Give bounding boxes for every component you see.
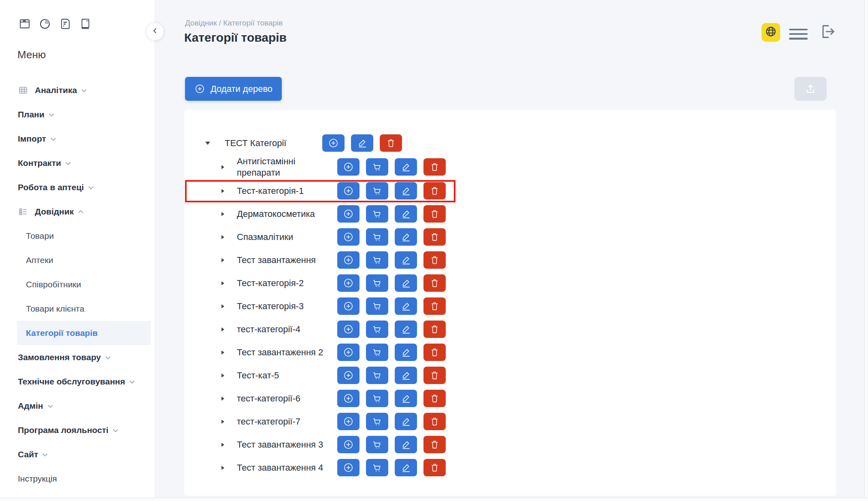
cart-button[interactable]	[366, 297, 388, 315]
expander-right-icon[interactable]	[221, 189, 228, 193]
book-icon[interactable]	[79, 17, 92, 31]
edit-button[interactable]	[395, 390, 417, 407]
add-tree-button[interactable]: Додати дерево	[185, 77, 282, 101]
add-button[interactable]	[337, 251, 360, 269]
delete-button[interactable]	[423, 367, 446, 384]
edit-button[interactable]	[395, 344, 417, 361]
expander-right-icon[interactable]	[221, 350, 228, 355]
add-button[interactable]	[337, 182, 360, 200]
sidebar-item-pharmacies[interactable]: Аптеки	[0, 248, 155, 272]
delete-button[interactable]	[423, 251, 446, 269]
delete-button[interactable]	[423, 182, 446, 200]
sidebar-item-reference[interactable]: Довідник	[0, 200, 155, 224]
add-button[interactable]	[337, 344, 360, 361]
sidebar-item-contracts[interactable]: Контракти	[0, 151, 155, 175]
add-button[interactable]	[337, 459, 360, 476]
cart-button[interactable]	[366, 274, 388, 292]
cart-button[interactable]	[366, 367, 388, 384]
delete-button[interactable]	[423, 158, 446, 176]
expander-right-icon[interactable]	[221, 258, 228, 262]
edit-button[interactable]	[395, 228, 417, 246]
cart-button[interactable]	[366, 459, 388, 476]
add-button[interactable]	[337, 413, 360, 430]
delete-button[interactable]	[423, 413, 446, 430]
edit-button[interactable]	[395, 251, 417, 269]
add-button[interactable]	[337, 158, 360, 176]
delete-button[interactable]	[423, 297, 446, 315]
box-icon[interactable]	[18, 17, 32, 31]
expander-right-icon[interactable]	[221, 443, 228, 447]
edit-button[interactable]	[395, 205, 417, 223]
add-button[interactable]	[322, 134, 345, 152]
expander-right-icon[interactable]	[221, 327, 228, 331]
add-button[interactable]	[337, 228, 360, 246]
edit-button[interactable]	[395, 413, 417, 430]
sidebar-item-loyalty-program[interactable]: Програма лояльності	[0, 418, 155, 442]
sidebar-item-client-products[interactable]: Товари клієнта	[0, 297, 155, 321]
expander-right-icon[interactable]	[221, 281, 228, 285]
delete-button[interactable]	[423, 459, 446, 476]
cart-button[interactable]	[366, 205, 388, 223]
expander-right-icon[interactable]	[221, 235, 228, 239]
sidebar-item-plans[interactable]: Плани	[0, 102, 155, 127]
delete-button[interactable]	[423, 344, 446, 361]
sidebar-item-site[interactable]: Сайт	[0, 442, 155, 467]
cart-button[interactable]	[366, 344, 388, 361]
delete-button[interactable]	[423, 390, 446, 407]
cart-button[interactable]	[366, 390, 388, 407]
sidebar-item-pharmacy-work[interactable]: Робота в аптеці	[0, 175, 155, 200]
pie-chart-icon[interactable]	[38, 17, 52, 31]
edit-button[interactable]	[395, 436, 417, 453]
edit-button[interactable]	[395, 321, 417, 338]
sidebar-item-instructions[interactable]: Інструкція	[0, 467, 155, 491]
expander-right-icon[interactable]	[221, 165, 228, 169]
expander-right-icon[interactable]	[221, 374, 228, 378]
edit-button[interactable]	[395, 158, 417, 176]
upload-button[interactable]	[794, 77, 827, 101]
hamburger-menu-button[interactable]	[789, 29, 808, 40]
edit-button[interactable]	[395, 182, 417, 200]
cart-button[interactable]	[366, 182, 388, 200]
expander-right-icon[interactable]	[221, 304, 228, 308]
expander-right-icon[interactable]	[221, 466, 228, 470]
cart-button[interactable]	[366, 251, 388, 269]
expander-right-icon[interactable]	[221, 420, 228, 424]
delete-button[interactable]	[423, 205, 446, 223]
add-button[interactable]	[337, 274, 360, 292]
cart-button[interactable]	[366, 158, 388, 176]
delete-button[interactable]	[423, 321, 446, 338]
delete-button[interactable]	[380, 134, 402, 152]
cart-button[interactable]	[366, 436, 388, 453]
expander-right-icon[interactable]	[221, 212, 228, 216]
cart-button[interactable]	[366, 413, 388, 430]
vertical-scrollbar[interactable]	[864, 0, 868, 501]
add-button[interactable]	[337, 205, 360, 223]
sidebar-item-analytics[interactable]: Аналітика	[0, 78, 155, 102]
add-button[interactable]	[337, 297, 360, 315]
add-button[interactable]	[337, 321, 360, 338]
edit-button[interactable]	[395, 297, 417, 315]
sidebar-item-products[interactable]: Товари	[0, 224, 155, 248]
delete-button[interactable]	[423, 228, 446, 246]
edit-button[interactable]	[395, 459, 417, 476]
delete-button[interactable]	[423, 436, 446, 453]
sidebar-item-maintenance[interactable]: Технічне обслуговування	[0, 369, 155, 394]
sidebar-item-employees[interactable]: Співробітники	[0, 272, 155, 297]
edit-button[interactable]	[395, 274, 417, 292]
cart-button[interactable]	[366, 228, 388, 246]
language-button[interactable]	[762, 23, 780, 42]
sidebar-collapse-button[interactable]	[147, 23, 164, 40]
add-button[interactable]	[337, 436, 360, 453]
sidebar-item-product-categories[interactable]: Категорії товарів	[17, 321, 151, 345]
edit-button[interactable]	[351, 134, 373, 152]
delete-button[interactable]	[423, 274, 446, 292]
cart-button[interactable]	[366, 321, 388, 338]
horizontal-scrollbar[interactable]	[0, 498, 868, 501]
edit-button[interactable]	[395, 367, 417, 384]
sidebar-item-product-orders[interactable]: Замовлення товару	[0, 345, 155, 369]
sidebar-item-admin[interactable]: Адмін	[0, 394, 155, 418]
expander-down-icon[interactable]	[205, 142, 213, 145]
sidebar-item-import[interactable]: Імпорт	[0, 127, 155, 151]
add-button[interactable]	[337, 390, 360, 407]
document-icon[interactable]	[58, 17, 72, 31]
